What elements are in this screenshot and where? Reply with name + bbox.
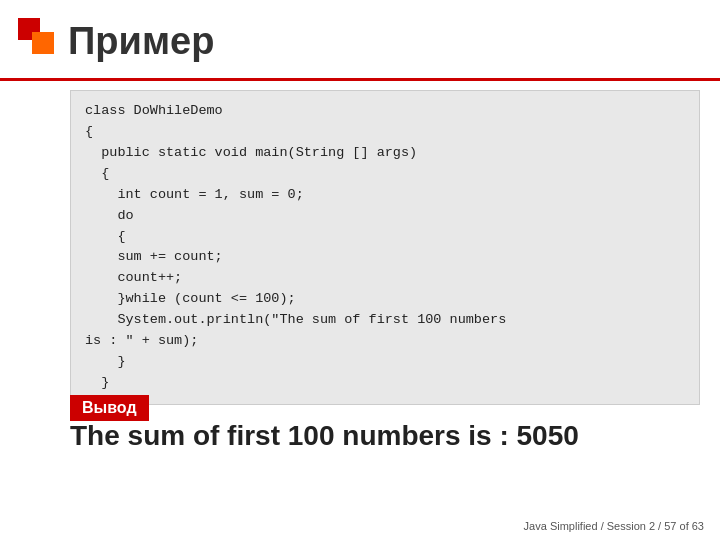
- code-block: class DoWhileDemo { public static void m…: [70, 90, 700, 405]
- footer-text: Java Simplified / Session 2 / 57 of 63: [524, 520, 704, 532]
- output-text: The sum of first 100 numbers is : 5050: [70, 420, 579, 452]
- code-content: class DoWhileDemo { public static void m…: [85, 101, 685, 394]
- decorative-squares: [18, 18, 54, 78]
- deco-square-2: [32, 32, 54, 54]
- page-title: Пример: [68, 20, 214, 63]
- output-button[interactable]: Вывод: [70, 395, 149, 421]
- title-divider: [0, 78, 720, 81]
- slide: Пример class DoWhileDemo { public static…: [0, 0, 720, 540]
